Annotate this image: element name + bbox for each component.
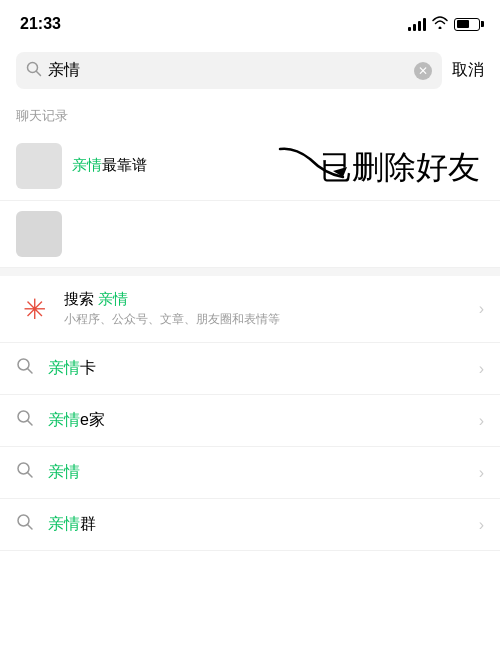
chevron-icon: › xyxy=(479,516,484,534)
avatar-2 xyxy=(16,211,62,257)
battery-icon xyxy=(454,18,480,31)
suggest-item-text-3: 亲情群 xyxy=(48,514,465,535)
suggest-item-1[interactable]: 亲情e家› xyxy=(0,395,500,447)
chevron-icon: › xyxy=(479,412,484,430)
suggest-item-2[interactable]: 亲情› xyxy=(0,447,500,499)
svg-line-1 xyxy=(37,71,41,75)
search-bar-container: 亲情 ✕ 取消 xyxy=(0,44,500,97)
avatar-1 xyxy=(16,143,62,189)
section-label: 聊天记录 xyxy=(0,97,500,131)
suggest-item-text-2: 亲情 xyxy=(48,462,465,483)
clear-button[interactable]: ✕ xyxy=(414,62,432,80)
search-icon xyxy=(26,61,42,81)
arrow-icon xyxy=(275,139,355,189)
suggest-item-text-0: 亲情卡 xyxy=(48,358,465,379)
suggestion-subtitle: 小程序、公众号、文章、朋友圈和表情等 xyxy=(64,311,467,328)
highlight-1: 亲情 xyxy=(72,156,102,173)
search-input-wrapper[interactable]: 亲情 ✕ xyxy=(16,52,442,89)
search-icon xyxy=(16,409,34,432)
suggest-item-3[interactable]: 亲情群› xyxy=(0,499,500,551)
status-time: 21:33 xyxy=(20,15,61,33)
status-bar: 21:33 xyxy=(0,0,500,44)
cancel-button[interactable]: 取消 xyxy=(452,60,484,81)
suggest-item-0[interactable]: 亲情卡› xyxy=(0,343,500,395)
suggest-items-list: 亲情卡›亲情e家›亲情›亲情群› xyxy=(0,343,500,551)
search-icon xyxy=(16,357,34,380)
suggestion-title: 搜索 亲情 xyxy=(64,290,467,309)
svg-line-4 xyxy=(28,369,33,374)
name-suffix-1: 最靠谱 xyxy=(102,156,147,173)
signal-icon xyxy=(408,17,426,31)
suggest-item-text-1: 亲情e家 xyxy=(48,410,465,431)
chat-item-2[interactable] xyxy=(0,201,500,268)
chat-item-1[interactable]: 亲情最靠谱 已删除好友 xyxy=(0,131,500,201)
search-suggestion[interactable]: ✳ 搜索 亲情 小程序、公众号、文章、朋友圈和表情等 › xyxy=(0,276,500,343)
chevron-icon: › xyxy=(479,464,484,482)
arrow-container xyxy=(275,139,355,193)
wifi-icon xyxy=(432,16,448,32)
chevron-icon: › xyxy=(479,360,484,378)
search-query: 亲情 xyxy=(48,60,408,81)
search-asterisk-icon: ✳ xyxy=(16,291,52,327)
svg-line-10 xyxy=(28,525,33,530)
search-icon xyxy=(16,461,34,484)
chevron-icon: › xyxy=(479,300,484,318)
suggestion-text: 搜索 亲情 小程序、公众号、文章、朋友圈和表情等 xyxy=(64,290,467,328)
svg-line-8 xyxy=(28,473,33,478)
status-icons xyxy=(408,16,480,32)
svg-line-6 xyxy=(28,421,33,426)
chat-records: 亲情最靠谱 已删除好友 xyxy=(0,131,500,268)
search-icon xyxy=(16,513,34,536)
divider xyxy=(0,268,500,276)
